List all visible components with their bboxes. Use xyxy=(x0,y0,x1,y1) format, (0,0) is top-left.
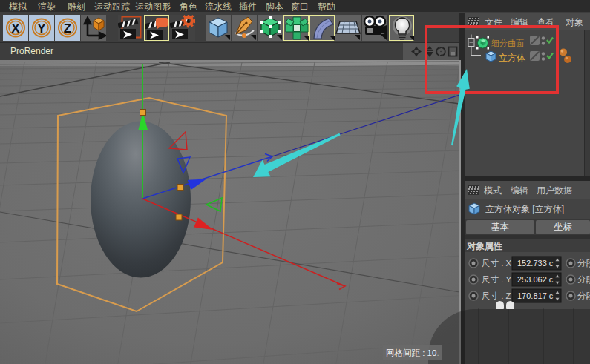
svg-text:尺寸 . Y: 尺寸 . Y xyxy=(482,275,512,284)
svg-text:X: X xyxy=(11,21,20,36)
svg-text:Y: Y xyxy=(37,21,46,36)
svg-text:253.062 c: 253.062 c xyxy=(517,275,554,284)
svg-text:分段: 分段 xyxy=(577,275,590,284)
svg-text:分段: 分段 xyxy=(577,259,590,268)
svg-text:152.733 c: 152.733 c xyxy=(517,259,554,268)
svg-text:Z: Z xyxy=(64,21,71,36)
svg-text:尺寸 . X: 尺寸 . X xyxy=(482,259,512,268)
